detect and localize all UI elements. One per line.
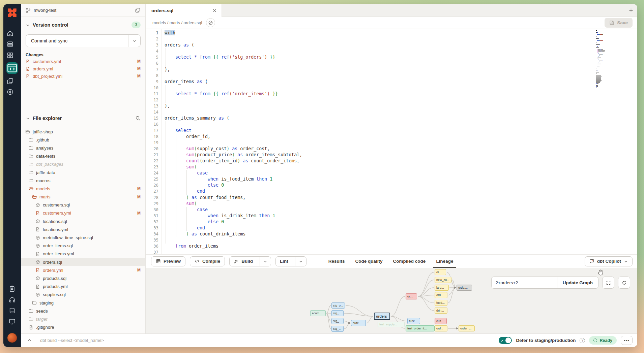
code-line-27[interactable]: 27 end xyxy=(146,188,637,194)
code-line-23[interactable]: 23 sum( xyxy=(146,164,637,170)
code-line-7[interactable]: 7), xyxy=(146,67,637,73)
code-line-33[interactable]: 33 end xyxy=(146,225,637,231)
file-row-customers-sql[interactable]: customers.sql xyxy=(21,201,145,209)
rail-item-projects[interactable] xyxy=(6,77,14,85)
code-line-26[interactable]: 26 else 0 xyxy=(146,182,637,188)
file-row-products-yml[interactable]: products.yml xyxy=(21,283,145,291)
editor-minimap[interactable] xyxy=(596,30,626,88)
copy-branch-icon[interactable] xyxy=(135,7,141,13)
chevron-down-icon[interactable] xyxy=(26,116,30,121)
code-line-22[interactable]: 22 count(order_item_id) as count_order_i… xyxy=(146,158,637,164)
lineage-node-orders[interactable]: orders xyxy=(374,313,390,320)
refresh-button[interactable] xyxy=(618,277,630,289)
code-line-21[interactable]: 21 sum(product_price) as order_items_sub… xyxy=(146,152,637,158)
lineage-node-cust[interactable]: cust... xyxy=(407,318,420,324)
file-row-data-tests[interactable]: data-tests xyxy=(21,152,145,160)
code-line-34[interactable]: 34 ) as count_drink_items xyxy=(146,231,637,237)
update-graph-button[interactable]: Update Graph xyxy=(557,277,598,289)
code-line-31[interactable]: 31 when is_drink_item then 1 xyxy=(146,213,637,219)
file-row-locations-yml[interactable]: locations.yml xyxy=(21,225,145,233)
defer-toggle[interactable] xyxy=(499,337,512,344)
code-line-3[interactable]: 3orders as ( xyxy=(146,42,637,48)
lineage-node-testsupply[interactable]: test_supply... xyxy=(378,322,405,327)
lineage-node-testorder[interactable]: test_order_it... xyxy=(406,325,435,331)
help-icon[interactable]: ? xyxy=(580,338,585,343)
more-options-button[interactable]: ••• xyxy=(621,336,633,345)
rail-item-status[interactable] xyxy=(8,318,16,325)
code-line-1[interactable]: 1with xyxy=(146,30,637,36)
code-line-18[interactable]: 18 order_id, xyxy=(146,134,637,140)
lineage-node-y1[interactable]: or.... xyxy=(435,269,446,275)
code-line-25[interactable]: 25 when is_food_item then 1 xyxy=(146,176,637,182)
fullscreen-button[interactable] xyxy=(602,277,614,289)
lineage-panel[interactable]: ecom....stg_o...stg_...stg_...stg_...ord… xyxy=(146,268,637,333)
commit-and-sync-button[interactable]: Commit and sync xyxy=(26,34,141,47)
file-row-jaffle-shop[interactable]: jaffle-shop xyxy=(21,128,145,136)
changed-file-row[interactable]: dbt_project.ymlM xyxy=(26,73,141,79)
lineage-node-y3[interactable]: larg... xyxy=(435,285,449,291)
close-icon[interactable] xyxy=(212,8,217,13)
lineage-node-orpink[interactable]: or.... xyxy=(406,293,417,299)
code-line-28[interactable]: 28 ) as count_food_items, xyxy=(146,195,637,201)
code-line-15[interactable]: 15order_items_summary as ( xyxy=(146,115,637,121)
file-row-products-sql[interactable]: products.sql xyxy=(21,274,145,282)
new-tab-button[interactable] xyxy=(624,4,637,17)
code-line-2[interactable]: 2 xyxy=(146,36,637,42)
command-input[interactable] xyxy=(40,338,499,343)
tab-lineage[interactable]: Lineage xyxy=(436,255,453,268)
tab-results[interactable]: Results xyxy=(328,255,345,268)
lineage-node-stg1[interactable]: stg_o... xyxy=(331,302,345,309)
code-line-20[interactable]: 20 sum(supply_cost) as order_cost, xyxy=(146,146,637,152)
lineage-node-stg2[interactable]: stg_... xyxy=(331,310,344,316)
lineage-node-gray[interactable]: orde.... xyxy=(457,285,472,291)
code-line-4[interactable]: 4 xyxy=(146,48,637,54)
file-row-macros[interactable]: macros xyxy=(21,176,145,185)
changed-file-row[interactable]: orders.ymlM xyxy=(26,65,141,72)
code-line-13[interactable]: 13), xyxy=(146,103,637,109)
lint-dropdown[interactable] xyxy=(295,257,306,266)
lineage-node-y5[interactable]: food... xyxy=(435,300,447,306)
rail-item-docs[interactable] xyxy=(8,307,16,314)
lineage-node-y2[interactable]: new_cu... xyxy=(435,277,451,283)
file-row-orders-sql[interactable]: orders.sql xyxy=(21,258,145,266)
lineage-node-stg4[interactable]: stg_... xyxy=(331,326,344,332)
file-row--gitignore[interactable]: .gitignore xyxy=(21,323,145,331)
user-avatar[interactable] xyxy=(7,333,17,343)
rail-item-develop[interactable] xyxy=(6,62,18,74)
rail-item-orchestration[interactable] xyxy=(6,88,14,96)
lineage-node-stg3[interactable]: stg_... xyxy=(331,318,344,324)
code-line-37[interactable]: 37 xyxy=(146,249,637,254)
file-row-supplies-sql[interactable]: supplies.sql xyxy=(21,291,145,299)
rail-item-environments[interactable] xyxy=(6,40,14,48)
lineage-search-input[interactable] xyxy=(491,277,557,289)
file-row-metricflow-time-spine-sql[interactable]: metricflow_time_spine.sql xyxy=(21,233,145,242)
lineage-node-y6[interactable]: drin... xyxy=(435,308,447,314)
rail-item-support[interactable] xyxy=(8,296,16,303)
rail-item-changelog[interactable] xyxy=(8,285,16,292)
view-lineage-icon[interactable] xyxy=(206,18,215,27)
lineage-node-ecom[interactable]: ecom.... xyxy=(310,310,326,316)
code-editor[interactable]: 1with23orders as (45 select * from {{ re… xyxy=(146,29,637,254)
code-line-9[interactable]: 9order_items as ( xyxy=(146,79,637,85)
code-line-32[interactable]: 32 else 0 xyxy=(146,219,637,225)
lineage-node-y4[interactable]: ord... xyxy=(435,292,447,298)
build-dropdown[interactable] xyxy=(260,257,271,266)
file-row-locations-sql[interactable]: locations.sql xyxy=(21,217,145,225)
chevron-up-icon[interactable] xyxy=(27,338,32,343)
chevron-down-icon[interactable] xyxy=(26,23,30,27)
commit-button-label[interactable]: Commit and sync xyxy=(26,35,128,47)
code-line-12[interactable]: 12 xyxy=(146,97,637,103)
lineage-node-ordy[interactable]: ord... xyxy=(435,325,447,331)
file-row--github[interactable]: .github xyxy=(21,136,145,144)
code-line-30[interactable]: 30 case xyxy=(146,207,637,213)
tab-compiled-code[interactable]: Compiled code xyxy=(393,255,426,268)
code-line-8[interactable]: 8 xyxy=(146,73,637,79)
save-button[interactable]: Save xyxy=(605,18,633,28)
code-line-36[interactable]: 36 from order_items xyxy=(146,243,637,249)
code-line-11[interactable]: 11 select * from {{ ref('order_items') }… xyxy=(146,91,637,97)
rail-item-apps[interactable] xyxy=(6,52,14,59)
branch-name[interactable]: mwong-test xyxy=(34,8,56,13)
file-row-analyses[interactable]: analyses xyxy=(21,144,145,152)
code-line-6[interactable]: 6 xyxy=(146,60,637,66)
commit-options-dropdown[interactable] xyxy=(128,35,140,47)
